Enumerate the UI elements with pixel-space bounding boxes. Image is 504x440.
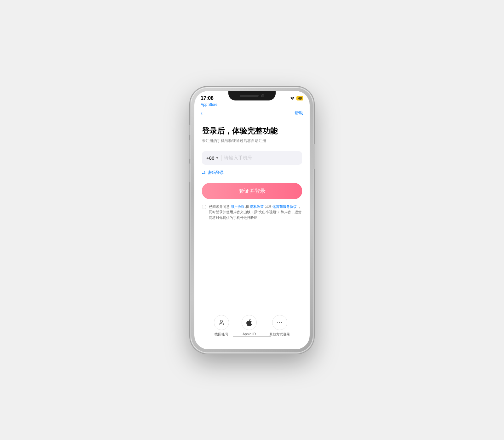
notch xyxy=(228,91,276,100)
bottom-login-options: 找回账号 Apple ID ··· 其他方式登录 xyxy=(194,312,310,340)
other-login-label: 其他方式登录 xyxy=(269,332,290,337)
apple-logo-icon xyxy=(246,319,252,326)
phone-input-container[interactable]: +86 ▼ 请输入手机号 xyxy=(202,151,302,165)
recover-account-icon-container xyxy=(214,315,229,330)
svg-point-1 xyxy=(220,320,222,322)
back-arrow-icon: ‹ xyxy=(201,110,203,117)
dropdown-arrow-icon: ▼ xyxy=(215,156,219,160)
password-login-label: 密码登录 xyxy=(208,170,224,175)
app-store-back: App Store xyxy=(194,102,310,108)
agreement-checkbox[interactable] xyxy=(202,205,206,209)
speaker xyxy=(240,95,259,97)
recover-account-label: 找回账号 xyxy=(215,332,228,337)
user-agreement-link[interactable]: 用户协议 xyxy=(231,205,244,209)
apple-id-icon-container xyxy=(242,315,257,330)
status-icons: 48 xyxy=(290,96,303,100)
phone-device: 17:08 48 App Store ‹ 帮助 登录后，体验完整功能 xyxy=(191,87,313,353)
verify-login-button[interactable]: 验证并登录 xyxy=(202,183,302,199)
page-title: 登录后，体验完整功能 xyxy=(202,126,302,136)
power-button xyxy=(313,144,315,169)
wifi-icon xyxy=(290,96,295,100)
apple-id-option[interactable]: Apple ID xyxy=(242,315,257,337)
agreement-text: 已阅读并同意 用户协议 和 隐私政策 以及 运营商服务协议 ，同时登录并使用抖音… xyxy=(209,204,302,221)
page-subtitle: 未注册的手机号验证通过后将自动注册 xyxy=(202,138,302,144)
other-login-icon-container: ··· xyxy=(272,315,287,330)
phone-screen: 17:08 48 App Store ‹ 帮助 登录后，体验完整功能 xyxy=(194,91,310,349)
main-content: 登录后，体验完整功能 未注册的手机号验证通过后将自动注册 +86 ▼ 请输入手机… xyxy=(194,120,310,221)
phone-input-placeholder[interactable]: 请输入手机号 xyxy=(224,155,298,161)
recover-account-icon xyxy=(218,319,225,326)
home-indicator xyxy=(233,336,271,337)
nav-bar: ‹ 帮助 xyxy=(194,108,310,120)
recover-account-option[interactable]: 找回账号 xyxy=(214,315,229,337)
svg-point-0 xyxy=(292,99,293,100)
privacy-policy-link[interactable]: 隐私政策 xyxy=(250,205,264,209)
volume-up-button xyxy=(189,140,191,159)
country-code-selector[interactable]: +86 ▼ xyxy=(206,155,221,161)
dots-icon: ··· xyxy=(277,319,283,326)
volume-down-button xyxy=(189,163,191,182)
carrier-agreement-link[interactable]: 运营商服务协议 xyxy=(272,205,297,209)
country-code-value: +86 xyxy=(206,155,214,161)
apple-id-label: Apple ID xyxy=(243,332,256,336)
help-button[interactable]: 帮助 xyxy=(295,110,303,116)
password-login-toggle[interactable]: ⇄ 密码登录 xyxy=(202,170,302,175)
back-button[interactable]: ‹ xyxy=(201,110,203,117)
camera xyxy=(261,94,264,97)
switch-icon: ⇄ xyxy=(202,170,206,175)
agreement-section: 已阅读并同意 用户协议 和 隐私政策 以及 运营商服务协议 ，同时登录并使用抖音… xyxy=(202,204,302,221)
silent-button xyxy=(189,125,191,135)
other-login-option[interactable]: ··· 其他方式登录 xyxy=(269,315,290,337)
battery-indicator: 48 xyxy=(296,96,303,100)
status-time: 17:08 xyxy=(201,95,214,101)
